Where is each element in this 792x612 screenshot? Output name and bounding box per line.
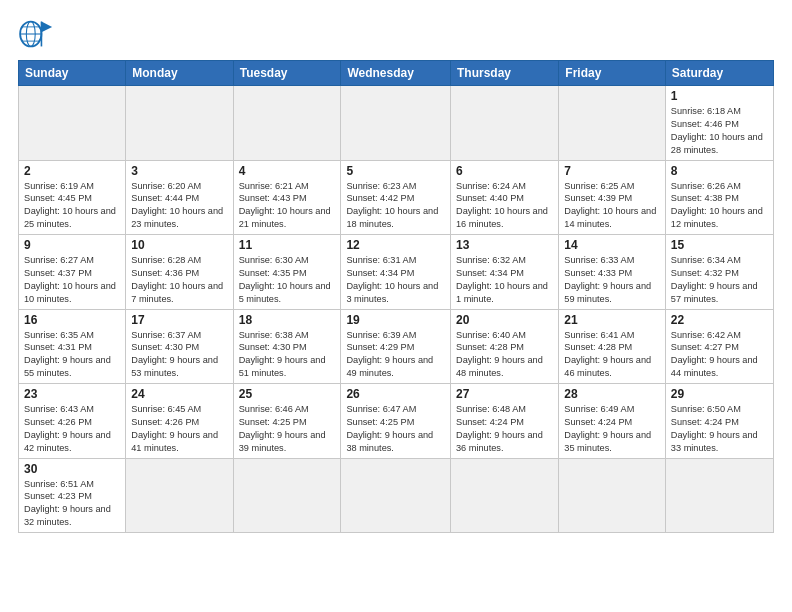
- calendar-cell: 4Sunrise: 6:21 AM Sunset: 4:43 PM Daylig…: [233, 160, 341, 235]
- day-number: 30: [24, 462, 120, 476]
- day-number: 11: [239, 238, 336, 252]
- day-number: 13: [456, 238, 553, 252]
- calendar-cell: [126, 458, 233, 533]
- calendar-cell: 8Sunrise: 6:26 AM Sunset: 4:38 PM Daylig…: [665, 160, 773, 235]
- calendar-cell: [665, 458, 773, 533]
- day-info: Sunrise: 6:49 AM Sunset: 4:24 PM Dayligh…: [564, 403, 660, 455]
- calendar-cell: 29Sunrise: 6:50 AM Sunset: 4:24 PM Dayli…: [665, 384, 773, 459]
- day-number: 6: [456, 164, 553, 178]
- calendar-week-1: 1Sunrise: 6:18 AM Sunset: 4:46 PM Daylig…: [19, 86, 774, 161]
- day-number: 7: [564, 164, 660, 178]
- calendar-week-3: 9Sunrise: 6:27 AM Sunset: 4:37 PM Daylig…: [19, 235, 774, 310]
- day-number: 17: [131, 313, 227, 327]
- day-info: Sunrise: 6:51 AM Sunset: 4:23 PM Dayligh…: [24, 478, 120, 530]
- day-info: Sunrise: 6:38 AM Sunset: 4:30 PM Dayligh…: [239, 329, 336, 381]
- day-info: Sunrise: 6:23 AM Sunset: 4:42 PM Dayligh…: [346, 180, 445, 232]
- calendar-cell: 25Sunrise: 6:46 AM Sunset: 4:25 PM Dayli…: [233, 384, 341, 459]
- day-number: 4: [239, 164, 336, 178]
- svg-marker-5: [41, 22, 52, 33]
- calendar-cell: [559, 86, 666, 161]
- calendar-header-sunday: Sunday: [19, 61, 126, 86]
- calendar-week-6: 30Sunrise: 6:51 AM Sunset: 4:23 PM Dayli…: [19, 458, 774, 533]
- calendar-cell: [341, 86, 451, 161]
- calendar-cell: [341, 458, 451, 533]
- calendar-cell: [19, 86, 126, 161]
- day-info: Sunrise: 6:50 AM Sunset: 4:24 PM Dayligh…: [671, 403, 768, 455]
- day-number: 15: [671, 238, 768, 252]
- day-info: Sunrise: 6:47 AM Sunset: 4:25 PM Dayligh…: [346, 403, 445, 455]
- calendar-cell: 3Sunrise: 6:20 AM Sunset: 4:44 PM Daylig…: [126, 160, 233, 235]
- day-info: Sunrise: 6:35 AM Sunset: 4:31 PM Dayligh…: [24, 329, 120, 381]
- calendar-week-4: 16Sunrise: 6:35 AM Sunset: 4:31 PM Dayli…: [19, 309, 774, 384]
- calendar-header-row: SundayMondayTuesdayWednesdayThursdayFrid…: [19, 61, 774, 86]
- day-info: Sunrise: 6:45 AM Sunset: 4:26 PM Dayligh…: [131, 403, 227, 455]
- calendar-header-thursday: Thursday: [451, 61, 559, 86]
- calendar-cell: 5Sunrise: 6:23 AM Sunset: 4:42 PM Daylig…: [341, 160, 451, 235]
- day-info: Sunrise: 6:18 AM Sunset: 4:46 PM Dayligh…: [671, 105, 768, 157]
- calendar-cell: [233, 458, 341, 533]
- calendar-cell: 26Sunrise: 6:47 AM Sunset: 4:25 PM Dayli…: [341, 384, 451, 459]
- day-number: 9: [24, 238, 120, 252]
- calendar-cell: 2Sunrise: 6:19 AM Sunset: 4:45 PM Daylig…: [19, 160, 126, 235]
- day-number: 20: [456, 313, 553, 327]
- day-info: Sunrise: 6:21 AM Sunset: 4:43 PM Dayligh…: [239, 180, 336, 232]
- day-info: Sunrise: 6:33 AM Sunset: 4:33 PM Dayligh…: [564, 254, 660, 306]
- day-number: 2: [24, 164, 120, 178]
- calendar-cell: 23Sunrise: 6:43 AM Sunset: 4:26 PM Dayli…: [19, 384, 126, 459]
- day-number: 10: [131, 238, 227, 252]
- calendar-cell: 28Sunrise: 6:49 AM Sunset: 4:24 PM Dayli…: [559, 384, 666, 459]
- day-info: Sunrise: 6:27 AM Sunset: 4:37 PM Dayligh…: [24, 254, 120, 306]
- day-info: Sunrise: 6:32 AM Sunset: 4:34 PM Dayligh…: [456, 254, 553, 306]
- day-info: Sunrise: 6:34 AM Sunset: 4:32 PM Dayligh…: [671, 254, 768, 306]
- calendar-cell: [451, 458, 559, 533]
- header: [18, 18, 774, 50]
- calendar-cell: [126, 86, 233, 161]
- day-number: 23: [24, 387, 120, 401]
- calendar-cell: 13Sunrise: 6:32 AM Sunset: 4:34 PM Dayli…: [451, 235, 559, 310]
- calendar-cell: 1Sunrise: 6:18 AM Sunset: 4:46 PM Daylig…: [665, 86, 773, 161]
- calendar-cell: 21Sunrise: 6:41 AM Sunset: 4:28 PM Dayli…: [559, 309, 666, 384]
- calendar-cell: 6Sunrise: 6:24 AM Sunset: 4:40 PM Daylig…: [451, 160, 559, 235]
- day-number: 22: [671, 313, 768, 327]
- day-number: 27: [456, 387, 553, 401]
- day-number: 1: [671, 89, 768, 103]
- page: SundayMondayTuesdayWednesdayThursdayFrid…: [0, 0, 792, 612]
- day-number: 24: [131, 387, 227, 401]
- calendar-header-saturday: Saturday: [665, 61, 773, 86]
- day-number: 14: [564, 238, 660, 252]
- calendar-cell: 9Sunrise: 6:27 AM Sunset: 4:37 PM Daylig…: [19, 235, 126, 310]
- general-blue-logo-icon: [18, 18, 56, 50]
- calendar-week-5: 23Sunrise: 6:43 AM Sunset: 4:26 PM Dayli…: [19, 384, 774, 459]
- calendar-header-friday: Friday: [559, 61, 666, 86]
- calendar-cell: 17Sunrise: 6:37 AM Sunset: 4:30 PM Dayli…: [126, 309, 233, 384]
- day-info: Sunrise: 6:46 AM Sunset: 4:25 PM Dayligh…: [239, 403, 336, 455]
- day-number: 26: [346, 387, 445, 401]
- calendar-cell: [559, 458, 666, 533]
- day-info: Sunrise: 6:48 AM Sunset: 4:24 PM Dayligh…: [456, 403, 553, 455]
- calendar-table: SundayMondayTuesdayWednesdayThursdayFrid…: [18, 60, 774, 533]
- calendar-cell: 16Sunrise: 6:35 AM Sunset: 4:31 PM Dayli…: [19, 309, 126, 384]
- calendar-cell: 11Sunrise: 6:30 AM Sunset: 4:35 PM Dayli…: [233, 235, 341, 310]
- day-info: Sunrise: 6:24 AM Sunset: 4:40 PM Dayligh…: [456, 180, 553, 232]
- logo: [18, 18, 60, 50]
- day-info: Sunrise: 6:37 AM Sunset: 4:30 PM Dayligh…: [131, 329, 227, 381]
- day-number: 3: [131, 164, 227, 178]
- calendar-cell: 14Sunrise: 6:33 AM Sunset: 4:33 PM Dayli…: [559, 235, 666, 310]
- day-number: 25: [239, 387, 336, 401]
- calendar-cell: 30Sunrise: 6:51 AM Sunset: 4:23 PM Dayli…: [19, 458, 126, 533]
- calendar-cell: 15Sunrise: 6:34 AM Sunset: 4:32 PM Dayli…: [665, 235, 773, 310]
- calendar-cell: 12Sunrise: 6:31 AM Sunset: 4:34 PM Dayli…: [341, 235, 451, 310]
- day-info: Sunrise: 6:30 AM Sunset: 4:35 PM Dayligh…: [239, 254, 336, 306]
- calendar-header-monday: Monday: [126, 61, 233, 86]
- calendar-header-tuesday: Tuesday: [233, 61, 341, 86]
- day-info: Sunrise: 6:20 AM Sunset: 4:44 PM Dayligh…: [131, 180, 227, 232]
- day-info: Sunrise: 6:42 AM Sunset: 4:27 PM Dayligh…: [671, 329, 768, 381]
- day-number: 28: [564, 387, 660, 401]
- day-number: 18: [239, 313, 336, 327]
- calendar-cell: 18Sunrise: 6:38 AM Sunset: 4:30 PM Dayli…: [233, 309, 341, 384]
- calendar-cell: 19Sunrise: 6:39 AM Sunset: 4:29 PM Dayli…: [341, 309, 451, 384]
- day-number: 12: [346, 238, 445, 252]
- calendar-week-2: 2Sunrise: 6:19 AM Sunset: 4:45 PM Daylig…: [19, 160, 774, 235]
- calendar-cell: 27Sunrise: 6:48 AM Sunset: 4:24 PM Dayli…: [451, 384, 559, 459]
- day-info: Sunrise: 6:28 AM Sunset: 4:36 PM Dayligh…: [131, 254, 227, 306]
